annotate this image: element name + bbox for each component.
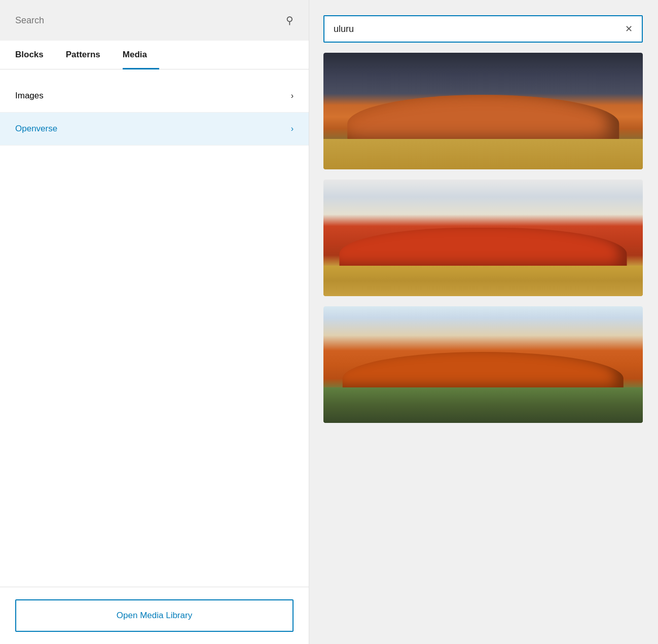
image-card-3[interactable]	[323, 306, 643, 423]
menu-item-images-label: Images	[15, 91, 44, 101]
search-input-right[interactable]	[334, 24, 620, 34]
image-uluru-dark-sky	[323, 53, 643, 169]
menu-list: Images › Openverse ›	[0, 69, 309, 156]
search-bar-left: ⚲	[0, 0, 309, 41]
left-bottom: Open Media Library	[0, 587, 309, 644]
open-media-library-button[interactable]: Open Media Library	[15, 599, 294, 632]
image-uluru-bright-red	[323, 180, 643, 296]
chevron-right-active-icon: ›	[291, 124, 294, 133]
image-card-2[interactable]	[323, 180, 643, 296]
tab-patterns[interactable]: Patterns	[66, 41, 113, 69]
image-uluru-sunset	[323, 306, 643, 423]
chevron-right-icon: ›	[291, 91, 294, 100]
menu-item-openverse[interactable]: Openverse ›	[0, 113, 309, 146]
search-input-left[interactable]	[15, 15, 281, 26]
image-card-1[interactable]	[323, 53, 643, 169]
search-bar-right: ✕	[323, 15, 643, 43]
right-panel: ✕	[309, 0, 658, 644]
tabs: Blocks Patterns Media	[0, 41, 309, 69]
clear-search-icon[interactable]: ✕	[625, 23, 633, 34]
tab-blocks[interactable]: Blocks	[15, 41, 56, 69]
tab-media[interactable]: Media	[123, 41, 159, 69]
menu-item-openverse-label: Openverse	[15, 124, 57, 134]
search-icon[interactable]: ⚲	[286, 14, 294, 26]
menu-item-images[interactable]: Images ›	[0, 80, 309, 113]
left-panel: ⚲ Blocks Patterns Media Images › Openver…	[0, 0, 309, 644]
